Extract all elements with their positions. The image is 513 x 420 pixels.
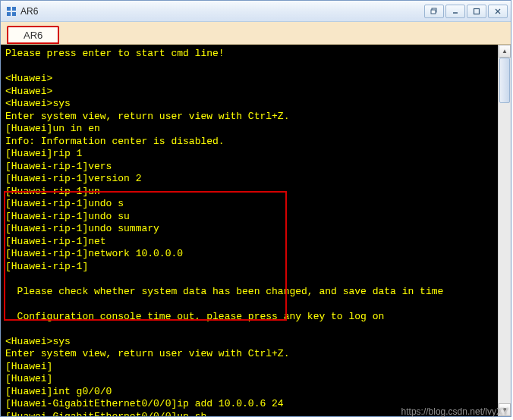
scroll-track[interactable] — [499, 58, 511, 403]
terminal-line — [5, 298, 506, 311]
scroll-thumb[interactable] — [499, 58, 510, 103]
scroll-up-button[interactable]: ▲ — [499, 45, 511, 58]
terminal-line: [Huawei-rip-1]net — [5, 236, 506, 249]
terminal-line: Please check whether system data has bee… — [5, 286, 506, 299]
terminal-line: [Huawei-rip-1]undo su — [5, 211, 506, 224]
terminal-line — [5, 61, 506, 74]
terminal-line: [Huawei]int g0/0/0 — [5, 386, 506, 399]
app-icon — [5, 5, 17, 17]
tab-label: AR6 — [24, 30, 42, 41]
restore-button[interactable] — [424, 5, 444, 18]
window-title: AR6 — [20, 6, 424, 17]
close-button[interactable] — [488, 5, 508, 18]
window-controls — [424, 5, 508, 18]
terminal-line: [Huawei-rip-1]network 10.0.0.0 — [5, 248, 506, 261]
terminal[interactable]: Please press enter to start cmd line!<Hu… — [1, 45, 511, 416]
tabbar: AR6 — [1, 22, 511, 45]
terminal-line: [Huawei-rip-1]version 2 — [5, 173, 506, 186]
terminal-line: Configuration console time out, please p… — [5, 311, 506, 324]
terminal-line: Please press enter to start cmd line! — [5, 48, 506, 61]
terminal-line: <Huawei> — [5, 73, 506, 86]
svg-rect-1 — [431, 10, 436, 14]
terminal-line: <Huawei> — [5, 86, 506, 99]
tab-ar6[interactable]: AR6 — [7, 26, 59, 44]
terminal-line: [Huawei-rip-1]un — [5, 186, 506, 199]
watermark: https://blog.csdn.net/lvyXY — [401, 406, 508, 417]
terminal-line: [Huawei]rip 1 — [5, 148, 506, 161]
terminal-line — [5, 323, 506, 336]
terminal-line: [Huawei-rip-1]vers — [5, 161, 506, 174]
terminal-output: Please press enter to start cmd line!<Hu… — [1, 45, 511, 416]
scrollbar[interactable]: ▲ ▼ — [498, 45, 511, 416]
terminal-line: [Huawei-rip-1] — [5, 261, 506, 274]
terminal-line: [Huawei] — [5, 361, 506, 374]
maximize-button[interactable] — [467, 5, 486, 18]
terminal-line: Info: Information center is disabled. — [5, 136, 506, 149]
svg-rect-3 — [474, 8, 480, 14]
terminal-line: [Huawei]un in en — [5, 123, 506, 136]
terminal-line: <Huawei>sys — [5, 336, 506, 349]
app-window: AR6 AR6 Please press enter to start cmd … — [0, 0, 511, 417]
terminal-line: Enter system view, return user view with… — [5, 348, 506, 361]
titlebar: AR6 — [1, 1, 511, 22]
terminal-line: <Huawei>sys — [5, 98, 506, 111]
terminal-line: [Huawei-rip-1]undo summary — [5, 223, 506, 236]
minimize-button[interactable] — [445, 5, 465, 18]
terminal-line: [Huawei] — [5, 373, 506, 386]
terminal-line: Enter system view, return user view with… — [5, 111, 506, 124]
terminal-line: [Huawei-rip-1]undo s — [5, 198, 506, 211]
terminal-line — [5, 273, 506, 286]
